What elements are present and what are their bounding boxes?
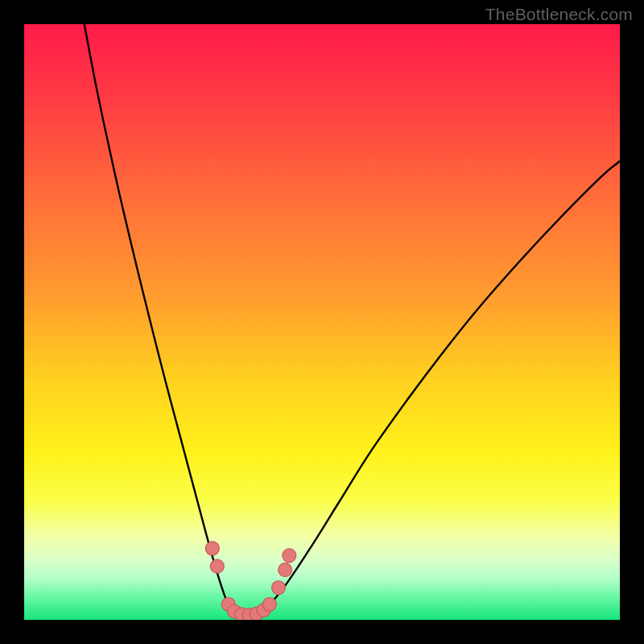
trough-marker (283, 549, 296, 563)
trough-marker (205, 542, 219, 555)
plot-area (24, 24, 620, 620)
watermark-text: TheBottleneck.com (485, 5, 633, 24)
curve-layer (24, 24, 620, 620)
bottleneck-curve (85, 24, 620, 616)
trough-marker (271, 581, 285, 595)
chart-stage: TheBottleneck.com (0, 0, 644, 644)
trough-marker (279, 563, 292, 576)
trough-marker (210, 559, 224, 573)
trough-marker (262, 597, 276, 611)
